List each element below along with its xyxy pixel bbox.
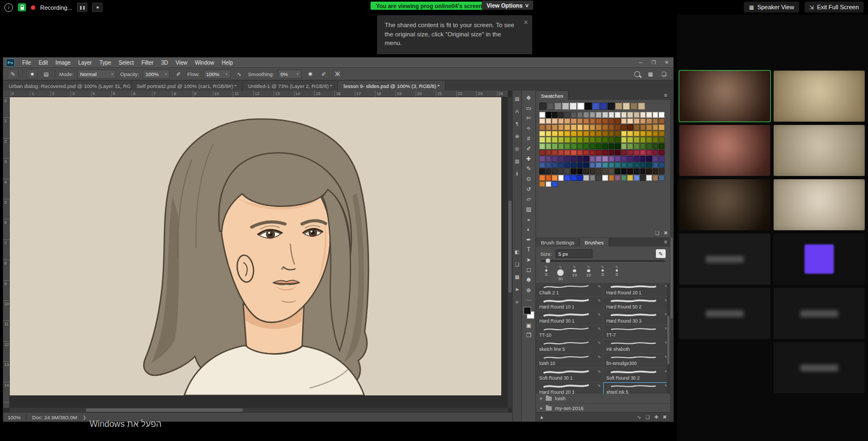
swatch[interactable] — [546, 150, 552, 156]
swatch[interactable] — [596, 118, 602, 124]
speaker-view-button[interactable]: ▦ Speaker View — [744, 2, 799, 12]
swatch[interactable] — [583, 131, 589, 137]
swatch[interactable] — [558, 131, 564, 137]
brush-item[interactable]: ✎fin-smudge300 — [603, 354, 671, 368]
clone-stamp-tool-icon[interactable]: ⊙ — [524, 174, 534, 184]
menu-filter[interactable]: Filter — [138, 60, 157, 66]
new-swatch-icon[interactable]: ❏ — [655, 230, 659, 236]
swatch[interactable] — [539, 150, 545, 156]
character-panel-icon[interactable]: A — [513, 108, 521, 115]
foreground-color-chip[interactable] — [524, 307, 531, 314]
swatch[interactable] — [653, 124, 659, 130]
swatch[interactable] — [653, 150, 659, 156]
flow-select[interactable]: 100% ˅ — [203, 70, 231, 79]
new-group-icon[interactable]: ❏ — [646, 414, 650, 420]
swatch[interactable] — [583, 168, 589, 174]
swatch[interactable] — [546, 143, 552, 149]
swatch[interactable] — [646, 124, 652, 130]
restore-button[interactable]: ❐ — [647, 58, 660, 67]
swatch[interactable] — [539, 143, 545, 149]
swatch[interactable] — [539, 124, 545, 130]
swatch[interactable] — [640, 156, 646, 162]
brush-item[interactable]: ✎sketch line 5 — [536, 339, 603, 354]
history-brush-tool-icon[interactable]: ↺ — [524, 184, 534, 194]
panel-dock-scrollbar[interactable] — [670, 91, 673, 421]
libraries-panel-icon[interactable]: ▤ — [513, 95, 521, 103]
swatch[interactable] — [634, 168, 640, 174]
swatch[interactable] — [621, 175, 627, 181]
status-arrow-icon[interactable]: ❯ — [82, 415, 86, 420]
swatch[interactable] — [615, 162, 621, 168]
swatch[interactable] — [634, 137, 640, 143]
menu-window[interactable]: Window — [191, 60, 218, 66]
dodge-tool-icon[interactable]: ◐ — [524, 224, 534, 235]
info-panel-icon[interactable]: ℹ — [513, 170, 521, 178]
swatch[interactable] — [596, 143, 602, 149]
swatch[interactable] — [627, 124, 633, 130]
canvas[interactable] — [10, 97, 501, 395]
swatch[interactable] — [640, 143, 646, 149]
swatch[interactable] — [634, 112, 640, 118]
exit-full-screen-button[interactable]: ⇲ Exit Full Screen — [805, 2, 864, 12]
swatch[interactable] — [546, 118, 552, 124]
swatch[interactable] — [552, 162, 558, 168]
swatch[interactable] — [552, 143, 558, 149]
swatch[interactable] — [592, 103, 599, 110]
swatch[interactable] — [583, 162, 589, 168]
swatch[interactable] — [615, 124, 621, 130]
swatch[interactable] — [640, 118, 646, 124]
menu-layer[interactable]: Layer — [74, 60, 95, 66]
swatch[interactable] — [602, 124, 608, 130]
swatch[interactable] — [600, 103, 607, 110]
swatch[interactable] — [552, 150, 558, 156]
scrollbar-thumb[interactable] — [508, 200, 512, 293]
swatch[interactable] — [552, 112, 558, 118]
smoothing-select[interactable]: 0% ˅ — [278, 70, 302, 79]
swatch[interactable] — [646, 118, 652, 124]
swatch[interactable] — [546, 162, 552, 168]
swatch[interactable] — [583, 112, 589, 118]
swatch[interactable] — [546, 181, 552, 187]
brush-item[interactable]: ✎ink shaboth — [603, 339, 671, 354]
horizontal-scrollbar[interactable] — [10, 408, 508, 412]
swatch[interactable] — [640, 168, 646, 174]
menu-view[interactable]: View — [172, 60, 192, 66]
ruler-origin-corner[interactable] — [3, 91, 10, 97]
swatch[interactable] — [577, 112, 583, 118]
brush-item[interactable]: ✎Chalk 2 1 — [536, 283, 603, 297]
swatch[interactable] — [558, 118, 564, 124]
swatch[interactable] — [627, 175, 633, 181]
swatch[interactable] — [571, 150, 577, 156]
swatch[interactable] — [653, 162, 659, 168]
participant-video-tile[interactable] — [774, 288, 865, 339]
brush-item[interactable]: ✎shtetl ink 5 — [603, 382, 671, 394]
swatch[interactable] — [615, 168, 621, 174]
swatch[interactable] — [602, 162, 608, 168]
swatch[interactable] — [558, 156, 564, 162]
swatch[interactable] — [621, 131, 627, 137]
panel-menu-icon[interactable]: ≡ — [664, 92, 667, 98]
brush-preset[interactable]: ✎5 — [540, 265, 552, 281]
swatch[interactable] — [634, 175, 640, 181]
swatch[interactable] — [653, 156, 659, 162]
swatch[interactable] — [615, 143, 621, 149]
swatch[interactable] — [552, 168, 558, 174]
brush-tool-icon[interactable]: ✎ — [524, 163, 534, 174]
swatch[interactable] — [602, 118, 608, 124]
swatch[interactable] — [564, 150, 570, 156]
shape-tool-icon[interactable]: ◻ — [524, 264, 534, 275]
smoothing-gear-icon[interactable]: ✱ — [305, 70, 315, 79]
swatch[interactable] — [577, 143, 583, 149]
swatch[interactable] — [564, 112, 570, 118]
swatch[interactable] — [583, 124, 589, 130]
swatch[interactable] — [571, 131, 577, 137]
swatch[interactable] — [558, 150, 564, 156]
panel-menu-icon[interactable]: ≡ — [664, 239, 667, 245]
swatch[interactable] — [634, 156, 640, 162]
tab-brushes[interactable]: Brushes — [580, 238, 609, 247]
swatch[interactable] — [609, 124, 615, 130]
swatch[interactable] — [627, 143, 633, 149]
swatch[interactable] — [546, 175, 552, 181]
swatch[interactable] — [562, 103, 569, 110]
hand-tool-icon[interactable]: ✽ — [524, 275, 534, 285]
